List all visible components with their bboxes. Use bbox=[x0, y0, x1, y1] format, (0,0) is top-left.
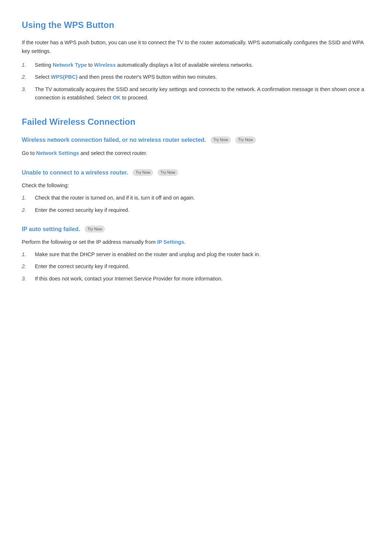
unable-connect-title-text: Unable to connect to a wireless router. bbox=[22, 168, 128, 177]
step-text: Make sure that the DHCP server is enable… bbox=[35, 250, 260, 259]
wps-steps-list: 1. Setting Network Type to Wireless auto… bbox=[22, 61, 370, 102]
unable-connect-subtitle: Unable to connect to a wireless router. … bbox=[22, 168, 370, 177]
try-now-badge-5[interactable]: Try Now bbox=[85, 226, 105, 233]
step-text: If this does not work, contact your Inte… bbox=[35, 275, 222, 283]
wps-intro: If the router has a WPS push button, you… bbox=[22, 38, 370, 56]
step-text: Enter the correct security key if requir… bbox=[35, 262, 129, 271]
unable-connect-subsection: Unable to connect to a wireless router. … bbox=[22, 168, 370, 214]
wps-pbc-link[interactable]: WPS(PBC) bbox=[51, 74, 77, 80]
step-number: 1. bbox=[22, 61, 35, 69]
unable-step-2: 2. Enter the correct security key if req… bbox=[22, 206, 370, 214]
network-settings-link[interactable]: Network Settings bbox=[36, 150, 79, 156]
ip-failed-steps-list: 1. Make sure that the DHCP server is ena… bbox=[22, 250, 370, 283]
step-number: 1. bbox=[22, 250, 35, 259]
try-now-badge-1[interactable]: Try Now bbox=[211, 136, 231, 144]
wps-section: Using the WPS Button If the router has a… bbox=[22, 18, 370, 102]
ip-failed-subtitle: IP auto setting failed. Try Now bbox=[22, 225, 370, 234]
step-text: Check that the router is turned on, and … bbox=[35, 194, 195, 202]
no-router-subsection: Wireless network connection failed, or n… bbox=[22, 135, 370, 158]
ip-step-3: 3. If this does not work, contact your I… bbox=[22, 275, 370, 283]
step-number: 1. bbox=[22, 194, 35, 202]
ip-step-2: 2. Enter the correct security key if req… bbox=[22, 262, 370, 271]
wps-title: Using the WPS Button bbox=[22, 18, 370, 32]
wps-step-1: 1. Setting Network Type to Wireless auto… bbox=[22, 61, 370, 69]
ip-step-1: 1. Make sure that the DHCP server is ena… bbox=[22, 250, 370, 259]
ip-settings-link[interactable]: IP Settings bbox=[157, 239, 184, 245]
no-router-title-text: Wireless network connection failed, or n… bbox=[22, 135, 206, 145]
unable-connect-steps-list: 1. Check that the router is turned on, a… bbox=[22, 194, 370, 214]
step-number: 2. bbox=[22, 262, 35, 271]
failed-section: Failed Wireless Connection Wireless netw… bbox=[22, 115, 370, 283]
no-router-body: Go to Network Settings and select the co… bbox=[22, 149, 370, 158]
try-now-badge-2[interactable]: Try Now bbox=[235, 136, 256, 144]
step-text: The TV automatically acquires the SSID a… bbox=[35, 85, 370, 102]
wps-step-2: 2. Select WPS(PBC) and then press the ro… bbox=[22, 73, 370, 81]
step-text: Setting Network Type to Wireless automat… bbox=[35, 61, 253, 69]
no-router-subtitle: Wireless network connection failed, or n… bbox=[22, 135, 370, 145]
wireless-link[interactable]: Wireless bbox=[94, 62, 116, 68]
ip-failed-title-text: IP auto setting failed. bbox=[22, 225, 80, 234]
step-text: Select WPS(PBC) and then press the route… bbox=[35, 73, 217, 81]
network-type-link[interactable]: Network Type bbox=[53, 62, 87, 68]
step-number: 2. bbox=[22, 73, 35, 81]
wps-step-3: 3. The TV automatically acquires the SSI… bbox=[22, 85, 370, 102]
unable-step-1: 1. Check that the router is turned on, a… bbox=[22, 194, 370, 202]
step-number: 3. bbox=[22, 275, 35, 283]
step-number: 2. bbox=[22, 206, 35, 214]
ip-failed-subsection: IP auto setting failed. Try Now Perform … bbox=[22, 225, 370, 283]
try-now-badge-3[interactable]: Try Now bbox=[132, 169, 153, 176]
step-text: Enter the correct security key if requir… bbox=[35, 206, 129, 214]
step-number: 3. bbox=[22, 85, 35, 94]
failed-title: Failed Wireless Connection bbox=[22, 115, 370, 129]
ok-link[interactable]: OK bbox=[113, 95, 121, 100]
ip-failed-body: Perform the following or set the IP addr… bbox=[22, 238, 370, 247]
try-now-badge-4[interactable]: Try Now bbox=[158, 169, 178, 176]
check-following-text: Check the following: bbox=[22, 181, 370, 190]
